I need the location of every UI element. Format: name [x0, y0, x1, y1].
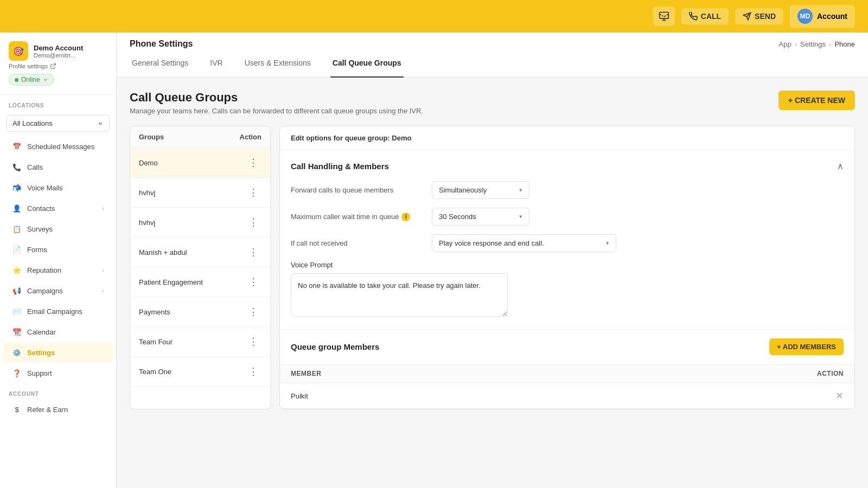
- tab-call-queue-groups[interactable]: Call Queue Groups: [330, 49, 404, 78]
- group-menu-demo[interactable]: ⋮: [245, 156, 261, 170]
- refer-earn-icon: $: [12, 404, 22, 414]
- reputation-icon: ⭐: [12, 265, 22, 275]
- profile-name: Demo Account: [34, 44, 107, 52]
- notifications-button[interactable]: [653, 7, 675, 26]
- main-content: Phone Settings App › Settings › Phone Ge…: [117, 33, 868, 488]
- info-icon[interactable]: i: [401, 213, 410, 221]
- calls-icon: 📞: [12, 162, 22, 172]
- group-row-payments[interactable]: Payments ⋮: [130, 297, 270, 327]
- content-body: Call Queue Groups Manage your teams here…: [117, 78, 868, 488]
- two-col-layout: Groups Action Demo ⋮ hvhvj ⋮ hvhvj: [130, 126, 855, 409]
- max-wait-time-label: Maximum caller wait time in queue i: [291, 213, 432, 221]
- sidebar-item-scheduled-messages[interactable]: 📅 Scheduled Messages: [3, 137, 113, 156]
- collapse-button[interactable]: ∧: [837, 161, 844, 171]
- create-new-button[interactable]: + CREATE NEW: [778, 91, 855, 110]
- voice-prompt-section: Voice Prompt No one is available to take…: [291, 261, 844, 318]
- call-button[interactable]: CALL: [681, 8, 729, 24]
- campaigns-icon: 📢: [12, 286, 22, 296]
- remove-member-button[interactable]: ✕: [835, 390, 844, 402]
- members-table-header: Member Action: [280, 364, 854, 383]
- chevron-down-icon: ▾: [606, 240, 609, 247]
- page-title-row: Call Queue Groups Manage your teams here…: [130, 91, 855, 115]
- forward-calls-label: Forward calls to queue members: [291, 186, 432, 194]
- if-call-not-received-label: If call not received: [291, 239, 432, 247]
- top-bar: CALL SEND MD Account: [0, 0, 868, 33]
- tab-general-settings[interactable]: General Settings: [130, 49, 190, 78]
- sidebar-item-forms[interactable]: 📄 Forms: [3, 240, 113, 259]
- chevron-right-icon: ›: [102, 287, 104, 294]
- online-status-badge[interactable]: Online: [9, 74, 54, 86]
- contacts-icon: 👤: [12, 203, 22, 213]
- call-queue-groups-title: Call Queue Groups: [130, 91, 423, 105]
- forward-calls-field: Forward calls to queue members Simultane…: [291, 181, 844, 199]
- group-menu-team-four[interactable]: ⋮: [245, 335, 261, 349]
- locations-label: LOCATIONS: [0, 95, 116, 111]
- tab-users-extensions[interactable]: Users & Extensions: [242, 49, 313, 78]
- avatar: MD: [797, 9, 813, 24]
- sidebar-item-calls[interactable]: 📞 Calls: [3, 157, 113, 177]
- if-call-not-received-field: If call not received Play voice response…: [291, 234, 844, 252]
- groups-table-header: Groups Action: [130, 126, 270, 148]
- sidebar-item-surveys[interactable]: 📋 Surveys: [3, 219, 113, 239]
- group-menu-hvhvj-2[interactable]: ⋮: [245, 215, 261, 229]
- breadcrumb: App › Settings › Phone: [779, 40, 855, 48]
- group-row-team-one[interactable]: Team One ⋮: [130, 357, 270, 387]
- group-menu-team-one[interactable]: ⋮: [245, 364, 261, 378]
- settings-icon: ⚙️: [12, 348, 22, 357]
- chevron-down-icon: ▾: [519, 213, 522, 220]
- sidebar-item-refer-earn[interactable]: $ Refer & Earn: [3, 400, 113, 419]
- page-subtitle: Manage your teams here. Calls can be for…: [130, 107, 423, 115]
- group-menu-patient-engagement[interactable]: ⋮: [245, 275, 261, 289]
- profile-avatar: 🎯: [9, 41, 28, 61]
- voice-prompt-textarea[interactable]: No one is available to take your call. P…: [291, 273, 508, 317]
- svg-rect-0: [659, 12, 668, 19]
- location-select[interactable]: All Locations: [7, 115, 110, 132]
- page-title: Phone Settings: [130, 39, 193, 49]
- scheduled-messages-icon: 📅: [12, 142, 22, 151]
- add-members-button[interactable]: + ADD MEMBERS: [769, 338, 844, 355]
- forward-calls-select[interactable]: Simultaneously ▾: [432, 181, 529, 199]
- call-handling-section: Call Handling & Members ∧ Forward calls …: [280, 150, 854, 330]
- profile-email: Demo@emitrr...: [34, 52, 107, 59]
- sidebar: 🎯 Demo Account Demo@emitrr... Profile se…: [0, 33, 117, 488]
- sidebar-item-calendar[interactable]: 📆 Calendar: [3, 322, 113, 342]
- sidebar-item-reputation[interactable]: ⭐ Reputation ›: [3, 260, 113, 280]
- profile-section: 🎯 Demo Account Demo@emitrr... Profile se…: [0, 33, 116, 95]
- max-wait-time-select[interactable]: 30 Seconds ▾: [432, 208, 529, 226]
- group-row-manish-abdul[interactable]: Manish + abdul ⋮: [130, 237, 270, 267]
- forms-icon: 📄: [12, 245, 22, 254]
- send-button[interactable]: SEND: [735, 8, 783, 24]
- group-row-demo[interactable]: Demo ⋮: [130, 148, 270, 178]
- surveys-icon: 📋: [12, 224, 22, 234]
- account-section-label: ACCOUNT: [0, 383, 116, 399]
- queue-members-section: Queue group Members + ADD MEMBERS Member…: [280, 330, 854, 409]
- sidebar-item-campaigns[interactable]: 📢 Campaigns ›: [3, 281, 113, 300]
- profile-settings-link[interactable]: Profile settings: [9, 63, 107, 69]
- max-wait-time-field: Maximum caller wait time in queue i 30 S…: [291, 208, 844, 226]
- sidebar-item-voice-mails[interactable]: 📬 Voice Mails: [3, 178, 113, 197]
- sidebar-item-support[interactable]: ❓ Support: [3, 363, 113, 383]
- sidebar-item-contacts[interactable]: 👤 Contacts ›: [3, 198, 113, 218]
- group-menu-manish-abdul[interactable]: ⋮: [245, 245, 261, 259]
- groups-panel: Groups Action Demo ⋮ hvhvj ⋮ hvhvj: [130, 126, 271, 409]
- support-icon: ❓: [12, 368, 22, 378]
- online-dot: [15, 78, 18, 82]
- chevron-right-icon: ›: [102, 205, 104, 211]
- account-button[interactable]: MD Account: [790, 5, 855, 28]
- sidebar-item-settings[interactable]: ⚙️ Settings: [3, 343, 113, 362]
- member-row-pulkit: Pulkit ✕: [280, 383, 854, 409]
- queue-edit-header: Edit options for queue group: Demo: [280, 126, 854, 150]
- if-call-not-received-select[interactable]: Play voice response and end call. ▾: [432, 234, 616, 252]
- tab-ivr[interactable]: IVR: [208, 49, 225, 78]
- group-row-patient-engagement[interactable]: Patient Engagement ⋮: [130, 267, 270, 297]
- group-menu-payments[interactable]: ⋮: [245, 305, 261, 319]
- group-row-hvhvj-1[interactable]: hvhvj ⋮: [130, 178, 270, 208]
- group-menu-hvhvj-1[interactable]: ⋮: [245, 185, 261, 200]
- members-header: Queue group Members + ADD MEMBERS: [280, 330, 854, 364]
- group-row-hvhvj-2[interactable]: hvhvj ⋮: [130, 208, 270, 237]
- chevron-right-icon: ›: [102, 267, 104, 273]
- calendar-icon: 📆: [12, 327, 22, 337]
- chevron-down-icon: ▾: [519, 187, 522, 194]
- sidebar-item-email-campaigns[interactable]: ✉️ Email Campaigns: [3, 301, 113, 321]
- group-row-team-four[interactable]: Team Four ⋮: [130, 327, 270, 357]
